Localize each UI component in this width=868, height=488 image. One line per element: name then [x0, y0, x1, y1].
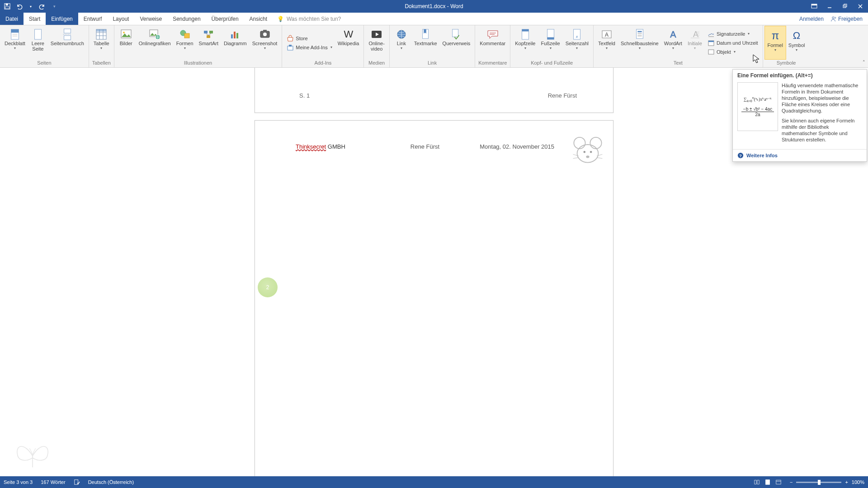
- svg-line-34: [206, 33, 208, 35]
- sign-in-link[interactable]: Anmelden: [799, 16, 824, 22]
- tab-sendungen[interactable]: Sendungen: [167, 13, 206, 25]
- quick-parts-button[interactable]: Schnellbausteine▾: [618, 26, 661, 59]
- tell-me-search[interactable]: 💡 Was möchten Sie tun?: [277, 13, 341, 25]
- svg-rect-33: [207, 35, 210, 38]
- qat-customize-icon[interactable]: ▾: [50, 2, 59, 11]
- redo-icon[interactable]: [38, 2, 47, 11]
- header-button[interactable]: Kopfzeile▾: [512, 26, 538, 59]
- screenshot-button[interactable]: Screenshot▾: [250, 26, 280, 59]
- comment-button[interactable]: Kommentar: [477, 26, 508, 59]
- zoom-in-button[interactable]: +: [845, 479, 848, 485]
- share-icon: [830, 16, 836, 22]
- store-button[interactable]: Store: [287, 35, 332, 42]
- save-icon[interactable]: [3, 2, 12, 11]
- svg-text:Ω: Ω: [793, 30, 800, 41]
- status-proofing-icon[interactable]: [74, 479, 80, 485]
- print-layout-icon[interactable]: [764, 479, 771, 485]
- svg-rect-89: [766, 480, 770, 485]
- zoom-out-button[interactable]: −: [790, 479, 793, 485]
- wikipedia-icon: W: [341, 28, 356, 41]
- textbox-button[interactable]: ATextfeld▾: [595, 26, 618, 59]
- read-mode-icon[interactable]: [754, 479, 760, 485]
- tab-verweise[interactable]: Verweise: [134, 13, 167, 25]
- undo-dropdown-icon[interactable]: ▾: [26, 2, 35, 11]
- status-page[interactable]: Seite 3 von 3: [4, 479, 33, 485]
- svg-text:A: A: [605, 32, 609, 38]
- cross-reference-button[interactable]: Querverweis: [440, 26, 473, 59]
- drop-cap-button[interactable]: AInitiale▾: [685, 26, 705, 59]
- online-pictures-button[interactable]: Onlinegrafiken: [136, 26, 174, 59]
- object-button[interactable]: Objekt▾: [708, 48, 758, 56]
- page-break-icon: [60, 28, 75, 41]
- view-mode-controls: [754, 479, 782, 485]
- svg-rect-15: [34, 29, 41, 39]
- date-time-button[interactable]: Datum und Uhrzeit: [708, 39, 758, 47]
- svg-rect-7: [844, 4, 847, 7]
- online-video-button[interactable]: Online- video: [366, 26, 387, 59]
- tab-layout[interactable]: Layout: [107, 13, 134, 25]
- svg-line-81: [573, 155, 579, 156]
- status-word-count[interactable]: 167 Wörter: [41, 479, 65, 485]
- group-medien: Online- video Medien: [364, 25, 389, 67]
- tab-entwurf[interactable]: Entwurf: [78, 13, 108, 25]
- header-author: Rene Fürst: [382, 143, 468, 150]
- tab-ansicht[interactable]: Ansicht: [244, 13, 273, 25]
- signature-line-button[interactable]: Signaturzeile▾: [708, 30, 758, 38]
- bookmark-button[interactable]: Textmarke: [411, 26, 440, 59]
- group-label-text: Text: [595, 59, 761, 67]
- group-seiten: Deckblatt▾ Leere Seite Seitenumbruch Sei…: [0, 25, 89, 67]
- web-layout-icon[interactable]: [775, 479, 782, 485]
- undo-icon[interactable]: [14, 2, 24, 11]
- svg-text:?: ?: [739, 153, 742, 158]
- page-break-button[interactable]: Seitenumbruch: [48, 26, 87, 59]
- tab-einfuegen[interactable]: Einfügen: [46, 13, 78, 25]
- tab-start[interactable]: Start: [24, 13, 46, 25]
- title-bar: ▾ ▾ Dokument1.docx - Word: [0, 0, 868, 13]
- footer-button[interactable]: Fußzeile▾: [538, 26, 562, 59]
- share-label: Freigeben: [838, 16, 863, 22]
- tab-file[interactable]: Datei: [0, 13, 24, 25]
- minimize-icon[interactable]: [822, 0, 837, 13]
- status-bar: Seite 3 von 3 167 Wörter Deutsch (Österr…: [0, 476, 868, 488]
- zoom-slider[interactable]: [796, 482, 841, 483]
- group-label-medien: Medien: [366, 59, 387, 67]
- chart-button[interactable]: Diagramm: [221, 26, 250, 59]
- ribbon-tabs: Datei Start Einfügen Entwurf Layout Verw…: [0, 13, 868, 25]
- store-icon: [287, 35, 294, 42]
- svg-point-76: [574, 137, 585, 149]
- zoom-level[interactable]: 100%: [852, 479, 864, 485]
- ribbon-display-options-icon[interactable]: [807, 0, 822, 13]
- group-symbole: πFormel▾ ΩSymbol▾ Symbole: [763, 25, 810, 67]
- tab-ueberpruefen[interactable]: Überprüfen: [206, 13, 244, 25]
- smartart-button[interactable]: SmartArt: [196, 26, 221, 59]
- link-button[interactable]: Link▾: [392, 26, 411, 59]
- status-language[interactable]: Deutsch (Österreich): [88, 479, 134, 485]
- share-button[interactable]: Freigeben: [830, 16, 863, 22]
- ribbon: Deckblatt▾ Leere Seite Seitenumbruch Sei…: [0, 25, 868, 68]
- drop-cap-icon: A: [688, 28, 702, 41]
- close-icon[interactable]: [853, 0, 868, 13]
- deckblatt-button[interactable]: Deckblatt▾: [2, 26, 28, 59]
- svg-rect-36: [231, 34, 233, 38]
- svg-rect-61: [637, 33, 642, 34]
- wikipedia-button[interactable]: WWikipedia: [335, 26, 362, 59]
- my-addins-button[interactable]: Meine Add-Ins▾: [287, 44, 332, 51]
- wordart-button[interactable]: AWordArt▾: [661, 26, 685, 59]
- collapse-ribbon-icon[interactable]: ˄: [863, 60, 865, 66]
- help-icon: ?: [737, 152, 744, 159]
- table-button[interactable]: Tabelle▾: [91, 26, 112, 59]
- symbol-button[interactable]: ΩSymbol▾: [786, 26, 808, 59]
- shapes-button[interactable]: Formen▾: [174, 26, 196, 59]
- svg-text:π: π: [771, 29, 779, 42]
- equation-icon: π: [768, 28, 783, 42]
- pictures-button[interactable]: Bilder: [116, 26, 136, 59]
- equation-button[interactable]: πFormel▾: [765, 26, 786, 59]
- header-company-rest: GMBH: [326, 143, 345, 150]
- maximize-icon[interactable]: [837, 0, 853, 13]
- blank-page-button[interactable]: Leere Seite: [28, 26, 48, 59]
- group-label-addins: Add-Ins: [284, 59, 362, 67]
- svg-line-83: [597, 155, 603, 156]
- tooltip-more-info-link[interactable]: ? Weitere Infos: [733, 149, 867, 161]
- svg-point-10: [832, 17, 834, 19]
- page-number-button[interactable]: #Seitenzahl▾: [563, 26, 591, 59]
